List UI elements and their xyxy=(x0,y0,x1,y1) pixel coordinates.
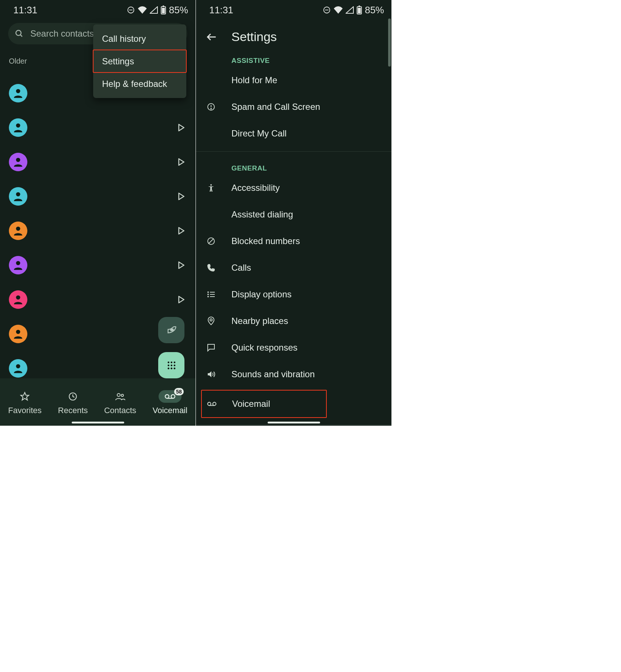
svg-point-32 xyxy=(173,367,175,369)
tab-label: Contacts xyxy=(104,406,136,415)
tab-label: Voicemail xyxy=(153,406,187,415)
svg-point-27 xyxy=(167,364,169,366)
contact-avatar xyxy=(9,359,27,378)
setting-calls[interactable]: Calls xyxy=(196,254,391,281)
home-indicator[interactable] xyxy=(268,422,320,423)
phone-icon xyxy=(207,263,216,272)
sound-icon xyxy=(207,370,216,379)
svg-marker-17 xyxy=(179,262,184,269)
svg-point-7 xyxy=(16,89,20,93)
people-icon xyxy=(115,392,125,401)
setting-quick-responses[interactable]: Quick responses xyxy=(196,334,391,361)
svg-point-60 xyxy=(213,402,216,406)
contact-avatar xyxy=(9,256,27,274)
status-time: 11:31 xyxy=(209,4,233,16)
status-bar: 11:31 85% xyxy=(196,0,391,18)
play-icon[interactable] xyxy=(178,296,184,303)
voicemail-row[interactable] xyxy=(0,145,196,179)
page-title: Settings xyxy=(231,30,277,44)
signal-icon xyxy=(346,6,354,14)
back-icon[interactable] xyxy=(206,32,217,42)
svg-rect-3 xyxy=(163,6,164,7)
setting-label: Blocked numbers xyxy=(231,236,300,246)
setting-hold-for-me[interactable]: Hold for Me xyxy=(196,67,391,94)
setting-label: Assisted dialing xyxy=(231,209,293,220)
accessibility-icon xyxy=(207,183,216,192)
voicemail-row[interactable] xyxy=(0,248,196,282)
voicemail-row[interactable] xyxy=(0,213,196,248)
svg-point-59 xyxy=(208,402,211,406)
svg-point-25 xyxy=(170,361,172,363)
svg-point-8 xyxy=(16,123,20,127)
alert-icon xyxy=(207,102,216,111)
menu-help-feedback[interactable]: Help & feedback xyxy=(93,72,186,95)
scrollbar[interactable] xyxy=(388,18,391,67)
tab-recents[interactable]: Recents xyxy=(58,390,88,415)
dialpad-icon xyxy=(166,360,177,371)
setting-sounds-vibration[interactable]: Sounds and vibration xyxy=(196,361,391,388)
chat-icon xyxy=(207,343,216,352)
svg-point-38 xyxy=(171,395,175,398)
voicemail-badge: 58 xyxy=(174,388,184,395)
dialpad-fab[interactable] xyxy=(158,352,184,378)
voicemail-row[interactable] xyxy=(0,282,196,317)
wifi-icon xyxy=(138,6,147,14)
setting-label: Direct My Call xyxy=(231,128,286,139)
contact-avatar xyxy=(9,118,27,137)
svg-point-54 xyxy=(208,294,208,295)
contact-avatar xyxy=(9,187,27,206)
voicemail-row[interactable] xyxy=(0,179,196,213)
battery-percent: 85% xyxy=(365,4,384,16)
svg-point-20 xyxy=(16,330,20,334)
tab-label: Favorites xyxy=(8,406,41,415)
setting-voicemail[interactable]: Voicemail xyxy=(202,391,326,417)
svg-rect-44 xyxy=(358,8,361,13)
setting-nearby-places[interactable]: Nearby places xyxy=(196,308,391,334)
svg-point-37 xyxy=(165,395,169,398)
section-assistive: ASSISTIVE xyxy=(196,44,391,67)
svg-point-48 xyxy=(211,108,211,109)
menu-settings[interactable]: Settings xyxy=(93,50,186,72)
setting-label: Calls xyxy=(231,263,251,273)
play-icon[interactable] xyxy=(178,158,184,166)
setting-accessibility[interactable]: Accessibility xyxy=(196,175,391,201)
voicemail-icon xyxy=(207,401,217,407)
svg-rect-23 xyxy=(170,329,173,331)
list-icon xyxy=(207,290,216,299)
voicemail-row[interactable] xyxy=(0,110,196,145)
svg-point-49 xyxy=(210,184,212,186)
tab-voicemail[interactable]: 58 Voicemail xyxy=(153,390,187,415)
setting-blocked-numbers[interactable]: Blocked numbers xyxy=(196,228,391,254)
svg-line-51 xyxy=(208,239,214,244)
overflow-menu: Call history Settings Help & feedback xyxy=(93,24,186,98)
setting-direct-my-call[interactable]: Direct My Call xyxy=(196,120,391,147)
setting-display-options[interactable]: Display options xyxy=(196,281,391,308)
wifi-icon xyxy=(334,6,343,14)
dnd-icon xyxy=(323,6,331,14)
video-fab[interactable] xyxy=(158,317,184,343)
tab-favorites[interactable]: Favorites xyxy=(8,390,41,415)
play-icon[interactable] xyxy=(178,261,184,269)
svg-point-30 xyxy=(167,367,169,369)
play-icon[interactable] xyxy=(178,193,184,200)
star-icon xyxy=(20,392,30,401)
svg-marker-13 xyxy=(179,193,184,200)
home-indicator[interactable] xyxy=(72,422,124,423)
tab-contacts[interactable]: Contacts xyxy=(104,390,136,415)
setting-label: Accessibility xyxy=(231,183,280,193)
menu-call-history[interactable]: Call history xyxy=(93,27,186,50)
battery-icon xyxy=(161,6,166,14)
svg-point-52 xyxy=(208,292,208,293)
setting-label: Sounds and vibration xyxy=(231,369,315,379)
video-icon xyxy=(166,325,177,335)
play-icon[interactable] xyxy=(178,124,184,131)
play-icon[interactable] xyxy=(178,227,184,234)
section-general: GENERAL xyxy=(196,152,391,175)
contact-avatar xyxy=(9,222,27,240)
setting-spam-call-screen[interactable]: Spam and Call Screen xyxy=(196,94,391,120)
svg-point-26 xyxy=(173,361,175,363)
svg-point-24 xyxy=(167,361,169,363)
battery-percent: 85% xyxy=(169,4,188,16)
setting-assisted-dialing[interactable]: Assisted dialing xyxy=(196,201,391,228)
status-time: 11:31 xyxy=(13,4,37,16)
